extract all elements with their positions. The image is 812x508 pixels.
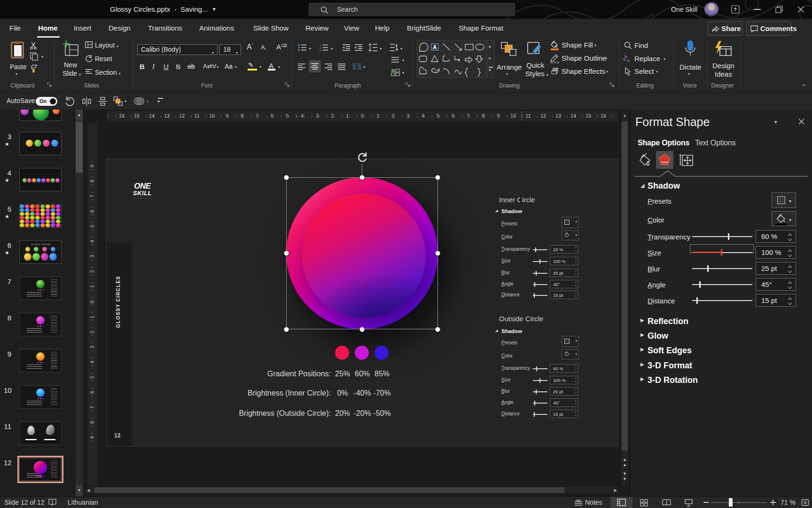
svg-text:A: A bbox=[433, 44, 437, 50]
svg-text:A: A bbox=[395, 44, 398, 48]
svg-text:3: 3 bbox=[320, 49, 321, 51]
svg-text:c: c bbox=[627, 58, 630, 63]
